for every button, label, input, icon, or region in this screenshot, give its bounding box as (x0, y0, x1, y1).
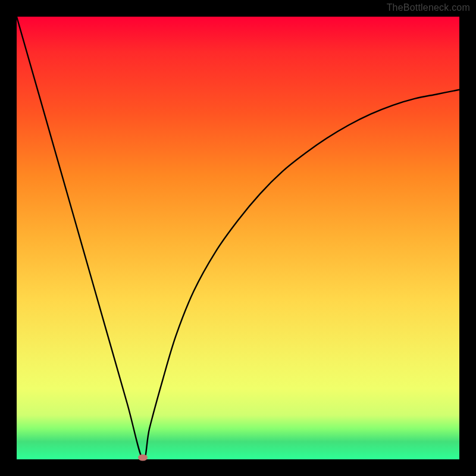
curve-svg (17, 17, 459, 459)
bottleneck-curve (17, 17, 459, 460)
minimum-marker (138, 455, 148, 461)
attribution-text: TheBottleneck.com (387, 2, 470, 13)
chart-area (17, 17, 459, 459)
